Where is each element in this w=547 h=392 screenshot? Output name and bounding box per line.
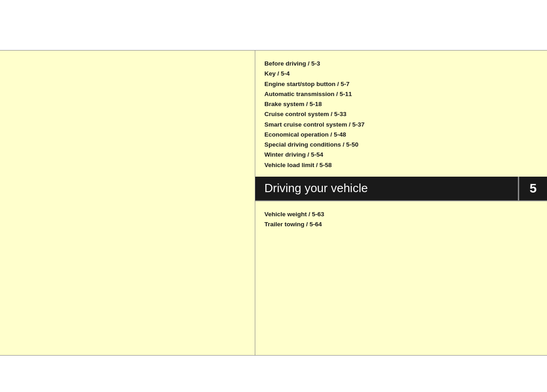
- toc-item-8: Economical operation / 5-48: [264, 130, 538, 140]
- toc-item-4: Automatic transmission / 5-11: [264, 89, 538, 99]
- toc-item-2: Key / 5-4: [264, 69, 538, 79]
- toc-item-5: Brake system / 5-18: [264, 99, 538, 109]
- chapter-header: Driving your vehicle 5: [255, 177, 547, 200]
- toc-item-below-2: Trailer towing / 5-64: [264, 219, 538, 229]
- toc-below: Vehicle weight / 5-63 Trailer towing / 5…: [255, 201, 547, 355]
- toc-item-3: Engine start/stop button / 5-7: [264, 79, 538, 89]
- content-area: Before driving / 5-3 Key / 5-4 Engine st…: [0, 50, 547, 356]
- toc-item-below-1: Vehicle weight / 5-63: [264, 209, 538, 219]
- right-panel: Before driving / 5-3 Key / 5-4 Engine st…: [255, 51, 547, 355]
- toc-item-11: Vehicle load limit / 5-58: [264, 160, 538, 170]
- bottom-space: [0, 356, 547, 392]
- chapter-title: Driving your vehicle: [255, 177, 518, 200]
- toc-item-1: Before driving / 5-3: [264, 59, 538, 69]
- page-wrapper: Before driving / 5-3 Key / 5-4 Engine st…: [0, 0, 547, 392]
- chapter-number: 5: [530, 181, 537, 196]
- toc-above: Before driving / 5-3 Key / 5-4 Engine st…: [255, 51, 547, 177]
- toc-item-7: Smart cruise control system / 5-37: [264, 120, 538, 130]
- toc-item-9: Special driving conditions / 5-50: [264, 140, 538, 150]
- left-panel: [0, 51, 255, 355]
- left-panel-inner: [0, 51, 255, 355]
- chapter-number-box: 5: [518, 177, 547, 200]
- top-space: [0, 0, 547, 50]
- toc-item-6: Cruise control system / 5-33: [264, 109, 538, 119]
- toc-item-10: Winter driving / 5-54: [264, 150, 538, 160]
